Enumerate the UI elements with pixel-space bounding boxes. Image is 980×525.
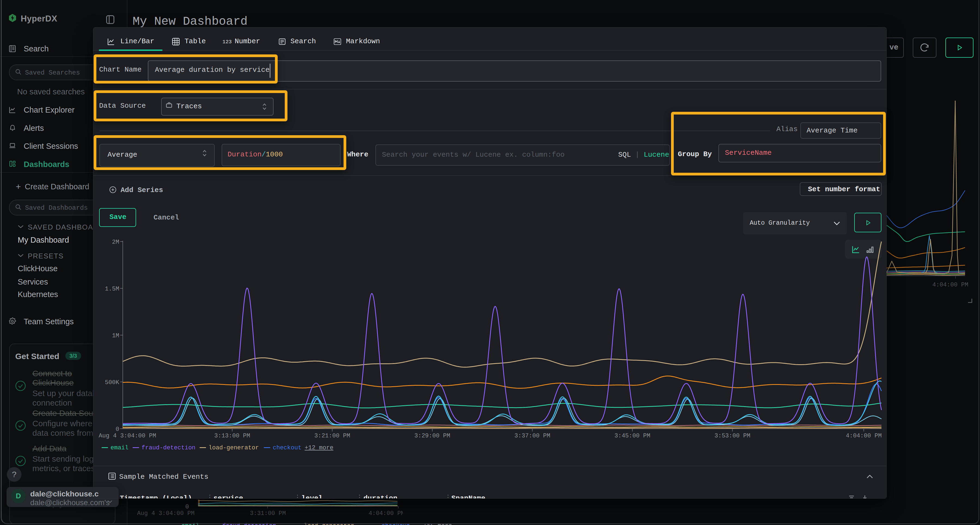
svg-text:Aug 4 3:04:00 PM: Aug 4 3:04:00 PM	[137, 510, 194, 517]
svg-text:3:13:00 PM: 3:13:00 PM	[214, 433, 250, 439]
svg-text:2M: 2M	[112, 240, 119, 246]
svg-text:3:37:00 PM: 3:37:00 PM	[514, 433, 550, 439]
svg-text:4:04:00 PM: 4:04:00 PM	[369, 510, 403, 517]
svg-text:3:45:00 PM: 3:45:00 PM	[614, 433, 650, 439]
svg-text:3:53:00 PM: 3:53:00 PM	[714, 433, 750, 439]
svg-text:4:04:00 PM: 4:04:00 PM	[846, 433, 882, 439]
svg-text:500K: 500K	[105, 379, 119, 386]
svg-text:Aug 4 3:04:00 PM: Aug 4 3:04:00 PM	[99, 433, 156, 439]
svg-text:3:21:00 PM: 3:21:00 PM	[314, 433, 350, 439]
svg-text:0: 0	[185, 503, 189, 510]
svg-text:1M: 1M	[112, 332, 119, 339]
svg-text:1.5M: 1.5M	[105, 285, 119, 292]
svg-text:3:31:00 PM: 3:31:00 PM	[250, 510, 286, 517]
svg-text:4:04:00 PM: 4:04:00 PM	[932, 282, 968, 288]
svg-text:0: 0	[116, 426, 119, 433]
svg-text:3:29:00 PM: 3:29:00 PM	[414, 433, 450, 439]
